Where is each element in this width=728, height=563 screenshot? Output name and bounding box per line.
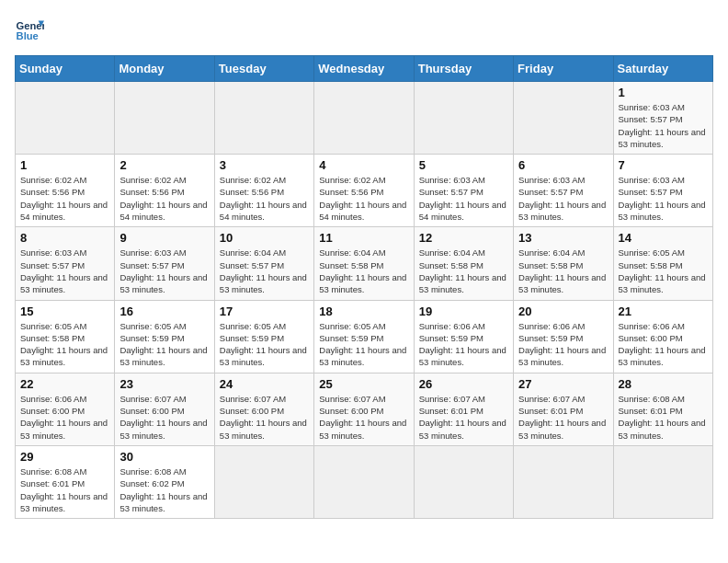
day-number: 10 xyxy=(220,231,309,245)
calendar-day-cell xyxy=(514,445,613,518)
day-info: Sunrise: 6:08 AM Sunset: 6:02 PM Dayligh… xyxy=(119,465,209,514)
header-cell-sunday: Sunday xyxy=(16,56,115,82)
calendar-day-cell: 12 Sunrise: 6:04 AM Sunset: 5:58 PM Dayl… xyxy=(414,227,513,300)
day-info: Sunrise: 6:08 AM Sunset: 6:01 PM Dayligh… xyxy=(619,393,708,442)
calendar-header: SundayMondayTuesdayWednesdayThursdayFrid… xyxy=(16,56,713,82)
calendar-week-row: 22 Sunrise: 6:06 AM Sunset: 6:00 PM Dayl… xyxy=(16,373,713,445)
day-info: Sunrise: 6:05 AM Sunset: 5:58 PM Dayligh… xyxy=(619,247,708,295)
calendar-day-cell: 7 Sunrise: 6:03 AM Sunset: 5:57 PM Dayli… xyxy=(613,155,712,227)
calendar-day-cell: 1 Sunrise: 6:03 AM Sunset: 5:57 PM Dayli… xyxy=(613,82,712,155)
calendar-day-cell: 4 Sunrise: 6:02 AM Sunset: 5:56 PM Dayli… xyxy=(314,155,414,227)
day-number: 9 xyxy=(119,231,209,245)
day-info: Sunrise: 6:06 AM Sunset: 5:59 PM Dayligh… xyxy=(518,320,608,369)
day-number: 21 xyxy=(619,304,708,318)
logo-icon: General Blue xyxy=(15,15,44,44)
day-number: 14 xyxy=(619,231,708,245)
day-number: 20 xyxy=(518,304,608,318)
calendar-day-cell: 13 Sunrise: 6:04 AM Sunset: 5:58 PM Dayl… xyxy=(514,227,613,300)
day-info: Sunrise: 6:03 AM Sunset: 5:57 PM Dayligh… xyxy=(518,174,608,223)
day-info: Sunrise: 6:06 AM Sunset: 5:59 PM Dayligh… xyxy=(419,320,508,369)
calendar-day-cell: 25 Sunrise: 6:07 AM Sunset: 6:00 PM Dayl… xyxy=(314,373,414,445)
day-info: Sunrise: 6:03 AM Sunset: 5:57 PM Dayligh… xyxy=(419,174,508,223)
day-info: Sunrise: 6:02 AM Sunset: 5:56 PM Dayligh… xyxy=(319,174,408,223)
day-info: Sunrise: 6:03 AM Sunset: 5:57 PM Dayligh… xyxy=(619,101,708,150)
day-info: Sunrise: 6:08 AM Sunset: 6:01 PM Dayligh… xyxy=(20,465,109,514)
calendar-day-cell: 19 Sunrise: 6:06 AM Sunset: 5:59 PM Dayl… xyxy=(414,300,513,373)
header-cell-thursday: Thursday xyxy=(414,56,513,82)
day-number: 1 xyxy=(619,86,708,99)
day-info: Sunrise: 6:04 AM Sunset: 5:58 PM Dayligh… xyxy=(419,247,508,295)
header-cell-wednesday: Wednesday xyxy=(314,56,414,82)
calendar-day-cell xyxy=(115,82,214,155)
day-number: 29 xyxy=(20,450,109,464)
logo: General Blue xyxy=(15,15,48,44)
day-number: 16 xyxy=(119,304,209,318)
day-number: 13 xyxy=(518,231,608,245)
calendar-day-cell: 18 Sunrise: 6:05 AM Sunset: 5:59 PM Dayl… xyxy=(314,300,414,373)
calendar-day-cell: 20 Sunrise: 6:06 AM Sunset: 5:59 PM Dayl… xyxy=(514,300,613,373)
day-info: Sunrise: 6:05 AM Sunset: 5:59 PM Dayligh… xyxy=(119,320,209,369)
calendar-day-cell: 23 Sunrise: 6:07 AM Sunset: 6:00 PM Dayl… xyxy=(115,373,214,445)
calendar-day-cell: 24 Sunrise: 6:07 AM Sunset: 6:00 PM Dayl… xyxy=(214,373,313,445)
day-number: 22 xyxy=(20,377,109,391)
calendar-day-cell xyxy=(214,82,313,155)
calendar-day-cell: 11 Sunrise: 6:04 AM Sunset: 5:58 PM Dayl… xyxy=(314,227,414,300)
day-info: Sunrise: 6:07 AM Sunset: 6:00 PM Dayligh… xyxy=(119,393,209,442)
svg-text:Blue: Blue xyxy=(17,30,39,41)
day-number: 12 xyxy=(419,231,508,245)
day-info: Sunrise: 6:03 AM Sunset: 5:57 PM Dayligh… xyxy=(119,247,209,295)
day-number: 5 xyxy=(419,158,508,172)
calendar-day-cell xyxy=(414,445,513,518)
calendar-week-row: 29 Sunrise: 6:08 AM Sunset: 6:01 PM Dayl… xyxy=(16,445,713,518)
day-info: Sunrise: 6:07 AM Sunset: 6:01 PM Dayligh… xyxy=(518,393,608,442)
calendar-day-cell: 8 Sunrise: 6:03 AM Sunset: 5:57 PM Dayli… xyxy=(16,227,115,300)
day-info: Sunrise: 6:04 AM Sunset: 5:58 PM Dayligh… xyxy=(518,247,608,295)
day-info: Sunrise: 6:05 AM Sunset: 5:59 PM Dayligh… xyxy=(220,320,309,369)
day-number: 19 xyxy=(419,304,508,318)
calendar-day-cell: 27 Sunrise: 6:07 AM Sunset: 6:01 PM Dayl… xyxy=(514,373,613,445)
day-number: 8 xyxy=(20,231,109,245)
calendar-day-cell: 22 Sunrise: 6:06 AM Sunset: 6:00 PM Dayl… xyxy=(16,373,115,445)
calendar-day-cell: 15 Sunrise: 6:05 AM Sunset: 5:58 PM Dayl… xyxy=(16,300,115,373)
day-info: Sunrise: 6:05 AM Sunset: 5:59 PM Dayligh… xyxy=(319,320,408,369)
calendar-day-cell: 6 Sunrise: 6:03 AM Sunset: 5:57 PM Dayli… xyxy=(514,155,613,227)
day-number: 17 xyxy=(220,304,309,318)
day-info: Sunrise: 6:04 AM Sunset: 5:58 PM Dayligh… xyxy=(319,247,408,295)
day-info: Sunrise: 6:07 AM Sunset: 6:00 PM Dayligh… xyxy=(319,393,408,442)
calendar-day-cell: 3 Sunrise: 6:02 AM Sunset: 5:56 PM Dayli… xyxy=(214,155,313,227)
day-number: 1 xyxy=(20,158,109,172)
header-cell-saturday: Saturday xyxy=(613,56,712,82)
calendar-day-cell xyxy=(16,82,115,155)
day-info: Sunrise: 6:04 AM Sunset: 5:57 PM Dayligh… xyxy=(220,247,309,295)
calendar-week-row: 15 Sunrise: 6:05 AM Sunset: 5:58 PM Dayl… xyxy=(16,300,713,373)
calendar-table: SundayMondayTuesdayWednesdayThursdayFrid… xyxy=(15,55,713,519)
calendar-day-cell: 9 Sunrise: 6:03 AM Sunset: 5:57 PM Dayli… xyxy=(115,227,214,300)
calendar-day-cell: 2 Sunrise: 6:02 AM Sunset: 5:56 PM Dayli… xyxy=(115,155,214,227)
calendar-day-cell: 17 Sunrise: 6:05 AM Sunset: 5:59 PM Dayl… xyxy=(214,300,313,373)
header-cell-friday: Friday xyxy=(514,56,613,82)
day-info: Sunrise: 6:02 AM Sunset: 5:56 PM Dayligh… xyxy=(220,174,309,223)
calendar-day-cell: 10 Sunrise: 6:04 AM Sunset: 5:57 PM Dayl… xyxy=(214,227,313,300)
day-number: 25 xyxy=(319,377,408,391)
calendar-day-cell xyxy=(414,82,513,155)
calendar-day-cell: 1 Sunrise: 6:02 AM Sunset: 5:56 PM Dayli… xyxy=(16,155,115,227)
calendar-day-cell: 21 Sunrise: 6:06 AM Sunset: 6:00 PM Dayl… xyxy=(613,300,712,373)
calendar-day-cell: 14 Sunrise: 6:05 AM Sunset: 5:58 PM Dayl… xyxy=(613,227,712,300)
day-number: 15 xyxy=(20,304,109,318)
calendar-day-cell: 5 Sunrise: 6:03 AM Sunset: 5:57 PM Dayli… xyxy=(414,155,513,227)
day-number: 7 xyxy=(619,158,708,172)
calendar-week-row: 8 Sunrise: 6:03 AM Sunset: 5:57 PM Dayli… xyxy=(16,227,713,300)
day-number: 24 xyxy=(220,377,309,391)
day-number: 11 xyxy=(319,231,408,245)
day-number: 30 xyxy=(119,450,209,464)
calendar-day-cell xyxy=(514,82,613,155)
header-row: SundayMondayTuesdayWednesdayThursdayFrid… xyxy=(16,56,713,82)
day-info: Sunrise: 6:03 AM Sunset: 5:57 PM Dayligh… xyxy=(619,174,708,223)
header-cell-monday: Monday xyxy=(115,56,214,82)
day-number: 6 xyxy=(518,158,608,172)
day-number: 3 xyxy=(220,158,309,172)
calendar-body: 1 Sunrise: 6:03 AM Sunset: 5:57 PM Dayli… xyxy=(16,82,713,519)
calendar-day-cell xyxy=(613,445,712,518)
day-info: Sunrise: 6:07 AM Sunset: 6:00 PM Dayligh… xyxy=(220,393,309,442)
calendar-day-cell xyxy=(314,82,414,155)
